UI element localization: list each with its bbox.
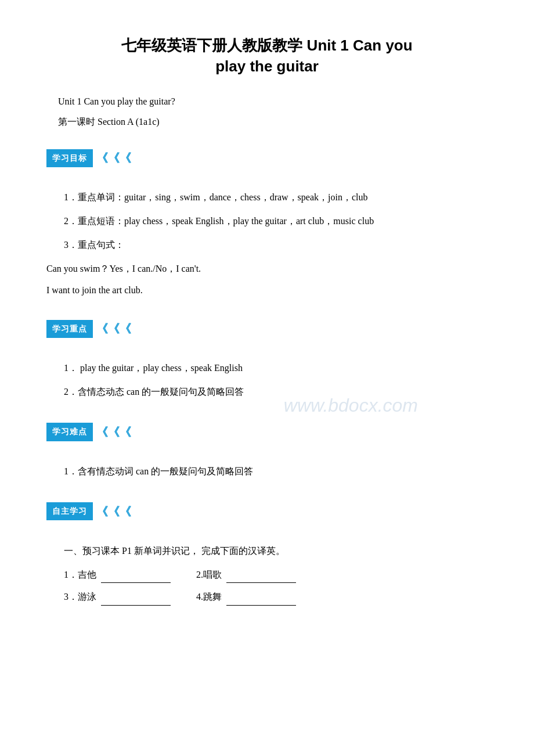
vocab-blank-1[interactable]: [101, 582, 171, 583]
goals-arrows: 《《《: [96, 147, 131, 168]
sentence-2: I want to join the art club.: [46, 282, 488, 299]
lesson-subtitle: 第一课时 Section A (1a1c): [58, 114, 488, 131]
difficulty-arrows: 《《《: [96, 422, 131, 442]
key-item-1: 1． play the guitar，play chess，speak Engl…: [64, 360, 488, 377]
goals-section: 1．重点单词：guitar，sing，swim，dance，chess，draw…: [46, 189, 488, 298]
vocab-item-2: 2.唱歌: [196, 567, 298, 584]
page-title: 七年级英语下册人教版教学 Unit 1 Can you play the gui…: [46, 35, 488, 77]
learning-difficulty-label: 学习难点: [46, 423, 93, 441]
self-study-label: 自主学习: [46, 502, 93, 520]
difficulty-item-1: 1．含有情态动词 can 的一般疑问句及简略回答: [64, 463, 488, 480]
key-section: 1． play the guitar，play chess，speak Engl…: [46, 360, 488, 401]
learning-goals-label: 学习目标: [46, 149, 93, 167]
goal-item-3: 3．重点句式：: [64, 237, 488, 254]
vocab-item-1: 1．吉他: [64, 567, 173, 584]
vocab-label-2: 2.唱歌: [196, 567, 222, 584]
key-item-2: 2．含情态动态 can 的一般疑问句及简略回答: [64, 384, 488, 401]
goal-item-1: 1．重点单词：guitar，sing，swim，dance，chess，draw…: [64, 189, 488, 206]
self-study-badge: 自主学习 《《《: [46, 501, 131, 522]
vocab-item-4: 4.跳舞: [196, 589, 298, 606]
unit-subtitle: Unit 1 Can you play the guitar?: [58, 93, 488, 110]
vocab-blank-2[interactable]: [226, 582, 296, 583]
goal-item-2: 2．重点短语：play chess，speak English，play the…: [64, 213, 488, 230]
learning-difficulty-badge: 学习难点 《《《: [46, 422, 131, 442]
vocab-label-4: 4.跳舞: [196, 589, 222, 606]
vocab-label-3: 3．游泳: [64, 589, 96, 606]
vocab-row-2: 3．游泳 4.跳舞: [64, 589, 488, 606]
self-study-section: 一、预习课本 P1 新单词并识记， 完成下面的汉译英。 1．吉他 2.唱歌 3．…: [46, 543, 488, 606]
vocab-label-1: 1．吉他: [64, 567, 96, 584]
sentence-1: Can you swim？Yes，I can./No，I can't.: [46, 261, 488, 278]
self-study-arrows: 《《《: [96, 501, 131, 522]
learning-key-label: 学习重点: [46, 320, 93, 338]
vocab-row-1: 1．吉他 2.唱歌: [64, 567, 488, 584]
vocab-blank-4[interactable]: [226, 605, 296, 606]
learning-goals-badge: 学习目标 《《《: [46, 147, 131, 168]
self-study-intro: 一、预习课本 P1 新单词并识记， 完成下面的汉译英。: [64, 543, 488, 560]
learning-key-badge: 学习重点 《《《: [46, 318, 131, 339]
difficulty-section: 1．含有情态动词 can 的一般疑问句及简略回答: [46, 463, 488, 480]
vocab-item-3: 3．游泳: [64, 589, 173, 606]
vocab-blank-3[interactable]: [101, 605, 171, 606]
key-arrows: 《《《: [96, 318, 131, 339]
